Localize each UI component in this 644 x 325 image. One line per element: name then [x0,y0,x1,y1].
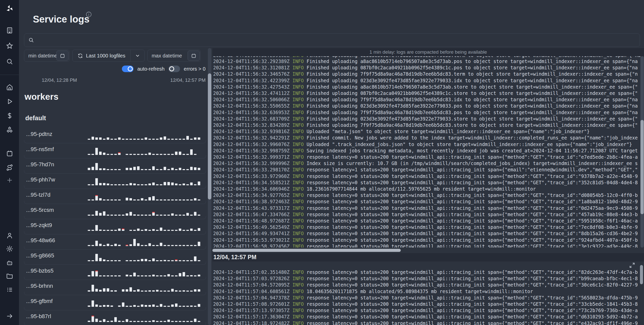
activity-bar [179,260,181,261]
log-level: INFO [292,186,304,192]
activity-bar [95,289,98,292]
activity-bar [95,163,98,170]
log-level: INFO [292,154,304,160]
activity-bar [92,285,94,292]
info-icon[interactable] [85,11,92,18]
activity-bar [179,273,181,276]
min-datetime-field[interactable]: min datetime [24,50,70,62]
max-datetime-field[interactable]: max datetime [147,50,201,62]
log-level: INFO [292,56,304,58]
worker-row[interactable]: ...95-5rcsm [24,204,206,219]
activity-bar [156,215,159,216]
log-timestamp: 2024-12-04T11:57:04.572095Z [213,282,290,288]
log-message: response latency=0 status=200 target=win… [306,321,638,325]
home-icon[interactable] [0,82,19,93]
log-panel-1[interactable]: 2024-12-04T11:56:32.259102Z INFO Finishe… [212,56,640,248]
activity-bar [160,321,162,322]
activity-bar [194,167,196,170]
log-message: Index size is currently: 10.7 GB (in /tm… [306,161,638,166]
activity-bar [114,215,117,216]
activity-bar [122,184,124,185]
activity-bar [110,260,113,261]
folder-icon[interactable] [0,270,19,281]
activity-bar [190,182,193,185]
cubes-icon[interactable] [0,125,19,136]
activity-bar [152,275,155,276]
activity-bar [118,245,121,246]
log-timestamp: 2024-12-04T11:56:58.972456Z [213,244,290,248]
play-icon[interactable] [0,96,19,107]
worker-name: ...95-brhnn [26,280,53,292]
workers-scrollbar-thumb[interactable] [208,73,211,199]
logfiles-select[interactable]: Last 1000 logfiles [72,50,145,62]
arrow-right-icon[interactable] [0,311,19,322]
activity-bar [156,290,159,292]
activity-bar [186,136,189,140]
dollar-icon[interactable] [0,110,19,121]
worker-row[interactable]: ...95-tzl7d [24,189,206,204]
expand-icon[interactable] [629,262,635,269]
worker-row[interactable]: ...95-ns5mf [24,143,206,158]
building-icon[interactable] [0,25,19,36]
activity-bar [164,182,166,185]
activity-bar [92,260,94,261]
activity-bar [152,290,155,292]
robot-icon[interactable] [0,257,19,268]
activity-bar [92,245,94,246]
activity-bar [190,260,193,261]
windmill-logo[interactable] [0,3,19,14]
star-icon[interactable] [0,40,19,51]
worker-row[interactable]: ...95-g8665 [24,250,206,265]
worker-row[interactable]: ...95-b87rl [24,310,206,325]
log2-scrollbar-thumb[interactable] [640,265,643,284]
activity-bar [160,169,162,170]
log-panel-2[interactable]: 2024-12-04T11:57:02.351480Z INFO respons… [212,261,640,325]
log-horizontal-scrollbar[interactable] [212,249,401,252]
auto-refresh-toggle[interactable] [122,66,134,72]
search-icon[interactable] [0,56,19,67]
worker-row[interactable]: ...95-pdtnz [24,128,206,143]
activity-bar [171,230,174,231]
activity-bar [137,289,140,292]
log-message: Finished uploading 7f9f75d8a9ac46a78d19d… [306,110,638,115]
chevron-down-icon[interactable] [131,50,144,62]
worker-row[interactable]: ...95-zqkt9 [24,219,206,234]
errors-filter-toggle[interactable] [168,66,180,72]
activity-bar [183,154,185,155]
worker-row[interactable]: ...95-phh7w [24,174,206,189]
activity-bar [126,260,128,261]
search-input[interactable] [37,37,640,43]
log1-scrollbar-thumb[interactable] [640,120,644,214]
calendar-icon[interactable] [56,51,69,61]
worker-row[interactable]: ...95-7hd7n [24,158,206,174]
activity-bar [186,291,189,292]
worker-name: ...95-bzbs5 [26,265,54,277]
log-message: Uploaded "meta.json" to object store tar… [306,129,589,134]
activity-bar [190,215,193,216]
log-line: 2024-12-04T11:56:33.972960Z INFO respons… [213,173,638,179]
worker-row[interactable]: ...95-gfbmf [24,295,206,310]
calendar-icon[interactable] [188,51,200,61]
route-icon[interactable] [0,162,19,173]
log-level: INFO [292,308,304,313]
calendar-icon[interactable] [0,148,19,159]
worker-row[interactable]: ...95-48w66 [24,234,206,250]
activity-bar [129,168,132,170]
activity-bar [137,215,140,216]
gear-icon[interactable] [0,243,19,254]
activity-bar [175,245,177,246]
log-timestamp: 2024-12-04T11:56:34.606946Z [213,186,290,192]
list-icon[interactable] [0,284,19,295]
user-icon[interactable] [0,230,19,241]
activity-bar [152,154,155,155]
worker-name: ...95-tzl7d [26,189,51,201]
worker-row[interactable]: ...95-bzbs5 [24,265,206,280]
worker-row[interactable]: ...95-brhnn [24,280,206,295]
log-message: Finished commit. New jobs were added to … [306,135,638,140]
log-line: 2024-12-04T11:56:32.998759Z INFO Saving … [213,148,638,154]
activity-bar [107,305,109,307]
plus-icon[interactable] [0,175,19,186]
activity-bar-error [95,195,98,200]
activity-bar [114,169,117,170]
log-timestamp: 2024-12-04T11:57:02.351480Z [213,270,290,275]
